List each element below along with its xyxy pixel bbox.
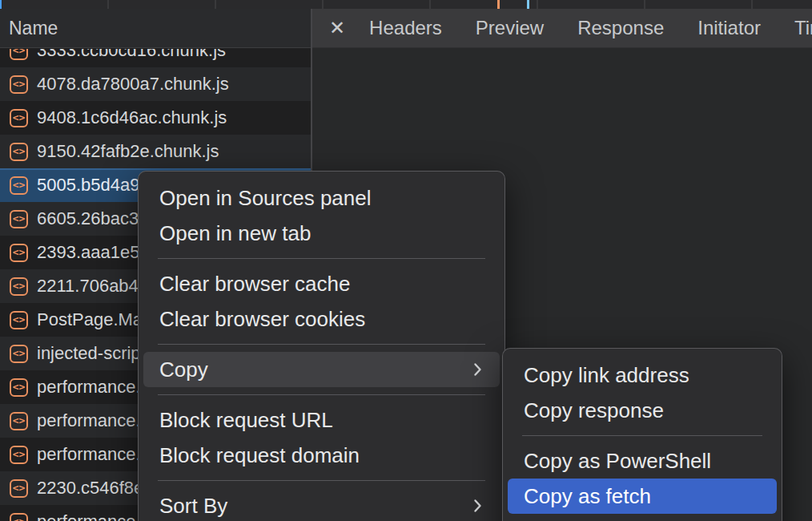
- menu-separator: [522, 435, 762, 436]
- menu-item-block-request-domain[interactable]: Block request domain: [143, 438, 500, 473]
- script-file-icon: <>: [10, 49, 28, 60]
- script-file-icon: <>: [10, 412, 28, 430]
- timeline-gridline: [644, 0, 645, 9]
- script-file-icon: <>: [10, 513, 28, 521]
- copy-submenu: Copy link address Copy response Copy as …: [502, 348, 782, 521]
- request-name: performance.js: [37, 377, 154, 398]
- close-icon[interactable]: ✕: [329, 17, 345, 39]
- request-name: 9150.42fafb2e.chunk.js: [37, 141, 219, 162]
- script-file-icon: <>: [10, 479, 28, 498]
- timeline-orange-marker-icon: [497, 0, 500, 9]
- network-overview-timeline[interactable]: [0, 0, 812, 9]
- menu-item-clear-browser-cache[interactable]: Clear browser cache: [143, 266, 500, 301]
- menu-item-copy-response[interactable]: Copy response: [508, 393, 777, 428]
- menu-separator: [158, 258, 485, 259]
- timeline-gridline: [107, 0, 109, 9]
- submenu-chevron-icon: [473, 488, 482, 521]
- network-request-row[interactable]: <> 9408.1c6d46ac.chunk.js: [0, 101, 311, 135]
- timeline-gridline: [215, 0, 216, 9]
- script-file-icon: <>: [10, 244, 28, 262]
- script-file-icon: <>: [10, 311, 28, 329]
- menu-item-copy-label: Copy: [159, 357, 208, 382]
- timeline-left-blue-marker-icon: [0, 0, 2, 9]
- tab-timing[interactable]: Timing: [778, 17, 812, 39]
- menu-item-copy[interactable]: Copy: [143, 352, 500, 387]
- script-file-icon: <>: [10, 109, 28, 127]
- menu-item-sort-by[interactable]: Sort By: [143, 488, 500, 521]
- script-file-icon: <>: [10, 277, 28, 296]
- script-file-icon: <>: [10, 75, 28, 94]
- menu-item-clear-browser-cookies[interactable]: Clear browser cookies: [143, 301, 500, 337]
- menu-separator: [158, 480, 485, 481]
- network-request-row[interactable]: <> 3333.ccb0cd16.chunk.js: [0, 49, 311, 67]
- script-file-icon: <>: [10, 210, 28, 228]
- menu-separator: [158, 394, 485, 395]
- timeline-gridline: [429, 0, 431, 9]
- menu-item-copy-link-address[interactable]: Copy link address: [508, 357, 777, 393]
- tab-initiator[interactable]: Initiator: [681, 17, 778, 39]
- menu-item-copy-as-fetch[interactable]: Copy as fetch: [508, 479, 777, 514]
- request-name: performance.js: [37, 444, 154, 465]
- menu-item-open-in-new-tab[interactable]: Open in new tab: [143, 216, 500, 251]
- menu-item-open-in-sources-panel[interactable]: Open in Sources panel: [143, 180, 500, 216]
- tab-preview[interactable]: Preview: [459, 17, 561, 39]
- network-request-row[interactable]: <> 9150.42fafb2e.chunk.js: [0, 135, 311, 168]
- details-tab-bar: ✕ Headers Preview Response Initiator Tim…: [312, 9, 812, 48]
- timeline-gridline: [751, 0, 753, 9]
- timeline-blue-marker-icon: [527, 0, 529, 9]
- script-file-icon: <>: [10, 378, 28, 397]
- context-menu: Open in Sources panel Open in new tab Cl…: [138, 171, 505, 521]
- script-file-icon: <>: [10, 446, 28, 464]
- request-name: 9408.1c6d46ac.chunk.js: [37, 107, 227, 128]
- network-request-row[interactable]: <> 4078.da7800a7.chunk.js: [0, 67, 311, 101]
- menu-separator: [158, 344, 485, 345]
- tab-headers[interactable]: Headers: [352, 17, 459, 39]
- script-file-icon: <>: [10, 143, 28, 161]
- timeline-gridline: [322, 0, 324, 9]
- tab-response[interactable]: Response: [561, 17, 681, 39]
- request-name: 4078.da7800a7.chunk.js: [37, 74, 229, 95]
- request-name: performance.js: [37, 410, 154, 431]
- menu-item-sort-by-label: Sort By: [159, 494, 227, 518]
- request-name: 3333.ccb0cd16.chunk.js: [37, 49, 226, 61]
- script-file-icon: <>: [10, 176, 28, 195]
- name-column-header[interactable]: Name: [0, 9, 311, 48]
- menu-item-block-request-url[interactable]: Block request URL: [143, 402, 500, 438]
- name-column-header-label: Name: [9, 18, 58, 39]
- script-file-icon: <>: [10, 345, 28, 363]
- submenu-chevron-icon: [473, 352, 482, 387]
- request-name: performance.js: [37, 511, 154, 521]
- menu-item-copy-as-powershell[interactable]: Copy as PowerShell: [508, 443, 777, 479]
- timeline-gridline: [537, 0, 538, 9]
